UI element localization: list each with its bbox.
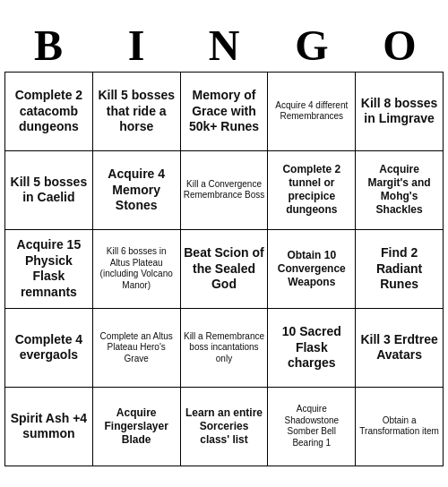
bingo-cell-9: Acquire Margit's and Mohg's Shackles	[356, 151, 444, 230]
bingo-cell-text-3: Acquire 4 different Remembrances	[271, 100, 352, 123]
bingo-cell-text-15: Complete 4 evergaols	[8, 332, 90, 363]
bingo-grid: Complete 2 catacomb dungeonsKill 5 bosse…	[4, 72, 444, 466]
bingo-cell-text-7: Kill a Convergence Remembrance Boss	[184, 179, 265, 201]
bingo-cell-16: Complete an Altus Plateau Hero's Grave	[93, 309, 181, 388]
bingo-cell-2: Memory of Grace with 50k+ Runes	[181, 73, 269, 151]
bingo-cell-text-20: Spirit Ash +4 summon	[8, 411, 90, 442]
bingo-cell-text-12: Beat Scion of the Sealed God	[184, 245, 265, 293]
bingo-cell-24: Obtain a Transformation item	[356, 388, 444, 466]
bingo-cell-6: Acquire 4 Memory Stones	[93, 151, 181, 230]
bingo-card: BINGO Complete 2 catacomb dungeonsKill 5…	[4, 21, 444, 466]
bingo-letter-b: B	[4, 21, 92, 72]
bingo-letter-n: N	[180, 21, 268, 72]
bingo-header: BINGO	[4, 21, 444, 72]
bingo-cell-text-5: Kill 5 bosses in Caelid	[8, 175, 90, 206]
bingo-cell-3: Acquire 4 different Remembrances	[268, 73, 356, 151]
bingo-cell-text-19: Kill 3 Erdtree Avatars	[358, 332, 440, 363]
bingo-cell-15: Complete 4 evergaols	[5, 309, 93, 388]
bingo-cell-7: Kill a Convergence Remembrance Boss	[181, 151, 269, 230]
bingo-cell-text-0: Complete 2 catacomb dungeons	[8, 88, 90, 135]
bingo-cell-22: Learn an entire Sorceries class' list	[181, 388, 269, 466]
bingo-cell-text-8: Complete 2 tunnel or precipice dungeons	[271, 163, 352, 217]
bingo-cell-text-9: Acquire Margit's and Mohg's Shackles	[358, 163, 440, 217]
bingo-cell-text-17: Kill a Remembrance boss incantations onl…	[184, 331, 265, 365]
bingo-cell-12: Beat Scion of the Sealed God	[181, 230, 269, 309]
bingo-cell-8: Complete 2 tunnel or precipice dungeons	[268, 151, 356, 230]
bingo-cell-text-18: 10 Sacred Flask charges	[271, 324, 352, 372]
bingo-cell-20: Spirit Ash +4 summon	[5, 388, 93, 466]
bingo-cell-text-13: Obtain 10 Convergence Weapons	[271, 249, 352, 289]
bingo-cell-14: Find 2 Radiant Runes	[356, 230, 444, 309]
bingo-cell-19: Kill 3 Erdtree Avatars	[356, 309, 444, 388]
bingo-cell-text-24: Obtain a Transformation item	[358, 415, 440, 438]
bingo-cell-text-22: Learn an entire Sorceries class' list	[184, 406, 265, 447]
bingo-cell-0: Complete 2 catacomb dungeons	[5, 73, 93, 151]
bingo-cell-10: Acquire 15 Physick Flask remnants	[5, 230, 93, 309]
bingo-cell-text-10: Acquire 15 Physick Flask remnants	[8, 237, 90, 300]
bingo-cell-17: Kill a Remembrance boss incantations onl…	[181, 309, 269, 388]
bingo-cell-11: Kill 6 bosses in Altus Plateau (includin…	[93, 230, 181, 309]
bingo-cell-5: Kill 5 bosses in Caelid	[5, 151, 93, 230]
bingo-letter-i: I	[92, 21, 180, 72]
bingo-cell-text-21: Acquire Fingerslayer Blade	[96, 406, 177, 447]
bingo-cell-text-23: Acquire Shadowstone Somber Bell Bearing …	[271, 404, 352, 449]
bingo-cell-23: Acquire Shadowstone Somber Bell Bearing …	[268, 388, 356, 466]
bingo-cell-text-2: Memory of Grace with 50k+ Runes	[184, 88, 265, 135]
bingo-cell-text-6: Acquire 4 Memory Stones	[96, 167, 177, 214]
bingo-cell-21: Acquire Fingerslayer Blade	[93, 388, 181, 466]
bingo-cell-text-4: Kill 8 bosses in Limgrave	[358, 96, 440, 127]
bingo-cell-text-11: Kill 6 bosses in Altus Plateau (includin…	[96, 246, 177, 291]
bingo-cell-13: Obtain 10 Convergence Weapons	[268, 230, 356, 309]
bingo-cell-text-16: Complete an Altus Plateau Hero's Grave	[96, 331, 177, 365]
bingo-cell-4: Kill 8 bosses in Limgrave	[356, 73, 444, 151]
bingo-letter-g: G	[268, 21, 356, 72]
bingo-cell-text-14: Find 2 Radiant Runes	[358, 245, 440, 293]
bingo-cell-text-1: Kill 5 bosses that ride a horse	[96, 88, 177, 135]
bingo-cell-1: Kill 5 bosses that ride a horse	[93, 73, 181, 151]
bingo-cell-18: 10 Sacred Flask charges	[268, 309, 356, 388]
bingo-letter-o: O	[356, 21, 444, 72]
